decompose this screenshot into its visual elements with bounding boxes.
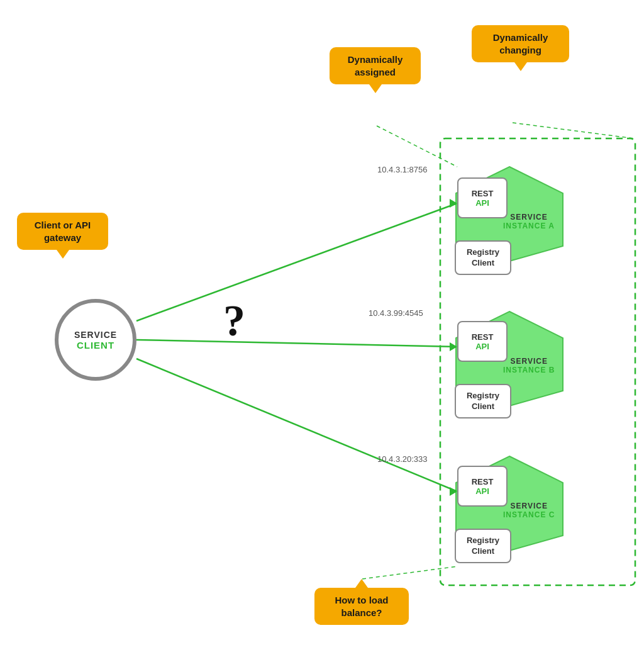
dynamically-changing-bubble: Dynamicallychanging <box>472 25 569 62</box>
svg-line-1 <box>136 203 457 321</box>
instance-label-c: SERVICE INSTANCE C <box>503 502 555 519</box>
svg-line-3 <box>136 359 457 491</box>
question-mark: ? <box>223 296 245 346</box>
rest-api-box-b: REST API <box>457 321 508 362</box>
instance-label-b: SERVICE INSTANCE B <box>503 357 555 374</box>
ip-label-b: 10.4.3.99:4545 <box>369 308 423 318</box>
diagram-container: Client or API gateway Dynamicallyassigne… <box>0 0 644 657</box>
svg-line-7 <box>377 126 457 167</box>
rest-api-box-a: REST API <box>457 177 508 218</box>
rest-api-box-c: REST API <box>457 466 508 507</box>
registry-client-box-a: RegistryClient <box>455 240 511 275</box>
svg-line-8 <box>513 123 634 138</box>
registry-client-box-c: RegistryClient <box>455 529 511 563</box>
svg-line-2 <box>136 340 457 347</box>
dynamically-assigned-bubble: Dynamicallyassigned <box>330 47 421 84</box>
how-to-load-balance-bubble: How to loadbalance? <box>314 588 409 625</box>
instance-label-a: SERVICE INSTANCE A <box>503 213 555 230</box>
registry-client-box-b: RegistryClient <box>455 384 511 418</box>
svg-line-9 <box>362 566 457 579</box>
ip-label-a: 10.4.3.1:8756 <box>377 165 428 174</box>
client-gateway-bubble: Client or API gateway <box>17 213 108 250</box>
service-client-circle: SERVICE CLIENT <box>55 299 136 381</box>
ip-label-c: 10.4.3.20:333 <box>377 454 428 464</box>
